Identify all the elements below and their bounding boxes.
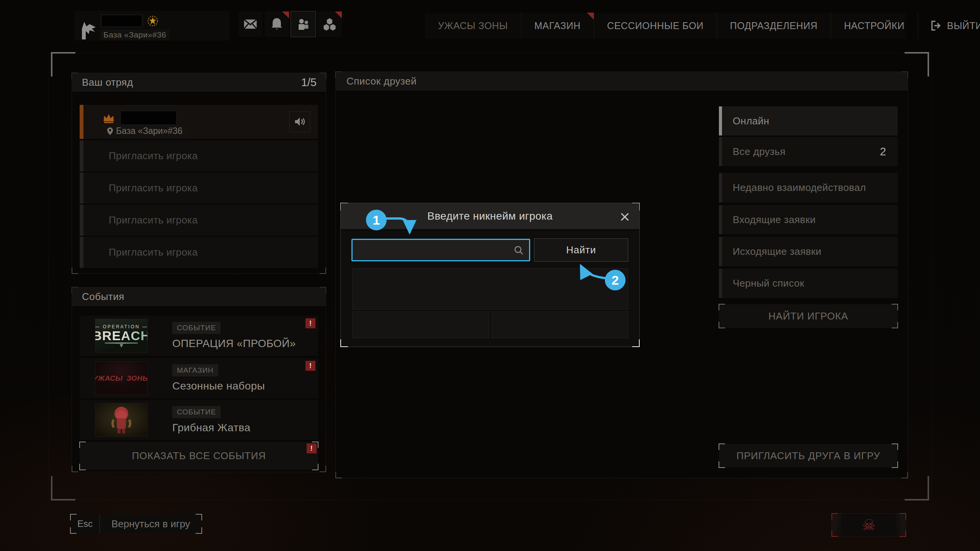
player-location: База «Зари»#36: [100, 29, 169, 40]
event-tag: СОБЫТИЕ: [172, 406, 220, 418]
notification-badge: [335, 11, 342, 18]
squad-invite-slot[interactable]: Пригласить игрока: [80, 205, 318, 236]
exit-icon: [931, 21, 942, 31]
menu-item-session-battles[interactable]: СЕССИОННЫЕ БОИ: [594, 13, 717, 39]
leader-location: База «Зари»#36: [103, 125, 186, 137]
notifications-bell-icon: [271, 18, 283, 31]
find-player-button[interactable]: НАЙТИ ИГРОКА: [719, 304, 898, 328]
notification-badge: [282, 11, 289, 18]
find-player-modal: Введите никнейм игрока × Найти: [341, 203, 639, 347]
friends-title: Список друзей: [346, 75, 416, 87]
event-item-seasonal-packs[interactable]: УЖАСЫ ЗОНЫ МАГАЗИН Сезонные наборы !: [80, 358, 318, 398]
player-info-module[interactable]: База «Зари»#36: [74, 11, 230, 41]
return-to-game-button[interactable]: Esc Вернуться в игру: [70, 514, 202, 533]
frame-corner-br: [905, 476, 929, 500]
event-tag: МАГАЗИН: [172, 364, 218, 377]
squad-panel-header: Ваш отряд 1/5: [72, 73, 326, 92]
close-icon: ×: [619, 209, 630, 224]
modal-close-button[interactable]: ×: [616, 208, 633, 225]
player-name-redacted: [100, 14, 143, 28]
friends-tab-recent[interactable]: Недавно взаимодействовал: [719, 173, 898, 202]
menu-item-shop[interactable]: МАГАЗИН: [521, 13, 594, 39]
alert-badge: !: [305, 361, 315, 371]
friends-tab-online[interactable]: Онлайн: [719, 106, 898, 135]
modal-header: Введите никнейм игрока: [341, 203, 639, 230]
notifications-button[interactable]: [265, 11, 289, 37]
event-thumbnail: — OPERATION — BREACH ▼: [95, 319, 148, 353]
menu-item-horrors[interactable]: УЖАСЫ ЗОНЫ: [425, 13, 521, 39]
squad-panel: Ваш отряд 1/5 База «Зари»#36: [72, 73, 326, 274]
event-item-mushroom-harvest[interactable]: СОБЫТИЕ Грибная Жатва: [80, 400, 318, 440]
leader-crown-icon: [103, 113, 115, 124]
friends-button[interactable]: [291, 11, 315, 37]
event-thumbnail: УЖАСЫ ЗОНЫ: [95, 361, 148, 395]
leader-accent-bar: [80, 105, 83, 139]
voice-toggle[interactable]: [290, 112, 310, 132]
friends-tab-incoming[interactable]: Входящие заявки: [719, 205, 898, 234]
location-pin-icon: [107, 127, 113, 135]
notification-badge: [587, 13, 594, 20]
event-tag: СОБЫТИЕ: [172, 322, 220, 334]
friends-count: 2: [880, 145, 886, 158]
return-label: Вернуться в игру: [100, 514, 202, 533]
invite-friend-button[interactable]: ПРИГЛАСИТЬ ДРУГА В ИГРУ: [719, 444, 898, 468]
events-title: События: [82, 291, 124, 303]
nickname-search-input[interactable]: [353, 240, 514, 260]
squad-invite-slot[interactable]: Пригласить игрока: [80, 140, 318, 171]
menu-item-exit[interactable]: ВЫЙТИ В МЕНЮ: [918, 13, 980, 39]
mushroom-creature-icon: [111, 406, 132, 434]
esc-key-hint: Esc: [70, 514, 100, 533]
danger-skull-button[interactable]: ☠: [832, 514, 906, 536]
find-button[interactable]: Найти: [534, 239, 628, 261]
squad-title: Ваш отряд: [82, 77, 133, 88]
squad-leader-row[interactable]: База «Зари»#36: [80, 105, 318, 139]
search-icon: [514, 245, 524, 255]
show-all-events-button[interactable]: ПОКАЗАТЬ ВСЕ СОБЫТИЯ !: [80, 442, 318, 470]
search-results-area: [353, 269, 628, 309]
friends-icon: [296, 18, 310, 30]
friends-tab-blacklist[interactable]: Черный список: [719, 269, 898, 298]
rank-laurel-badge-icon: [147, 15, 158, 27]
clan-hexagons-icon: [323, 18, 336, 31]
squad-count: 1/5: [301, 76, 317, 89]
modal-secondary-slot-left: [353, 312, 489, 338]
event-title: Грибная Жатва: [172, 422, 250, 434]
speaker-icon: [294, 116, 305, 127]
modal-title: Введите никнейм игрока: [427, 210, 552, 222]
event-title: Сезонные наборы: [172, 380, 265, 392]
menu-item-settings[interactable]: НАСТРОЙКИ: [831, 13, 918, 39]
clan-button[interactable]: [317, 11, 342, 37]
frame-corner-bl: [51, 476, 75, 500]
breach-chevron: ▼: [119, 344, 123, 347]
event-title: ОПЕРАЦИЯ «ПРОБОЙ»: [172, 337, 296, 350]
mail-icon: [243, 19, 257, 29]
squad-invite-slot[interactable]: Пригласить игрока: [80, 237, 318, 268]
menu-item-divisions[interactable]: ПОДРАЗДЕЛЕНИЯ: [717, 13, 831, 39]
events-panel-header: События: [72, 287, 326, 306]
frame-corner-tr: [905, 52, 929, 77]
faction-wolf-icon: [80, 19, 98, 40]
nickname-search-field: [351, 239, 530, 261]
events-panel: События — OPERATION — BREACH ▼ СОБЫТИЕ О…: [72, 287, 326, 472]
alert-badge: !: [305, 318, 315, 328]
mail-button[interactable]: [238, 11, 263, 37]
squad-invite-slot[interactable]: Пригласить игрока: [80, 173, 318, 204]
friends-tab-outgoing[interactable]: Исходящие заявки: [719, 237, 898, 266]
event-thumbnail: [95, 403, 148, 437]
friends-panel-header: Список друзей: [336, 72, 908, 91]
leader-name-redacted: [119, 110, 178, 126]
modal-secondary-slot-right: [492, 312, 628, 338]
friends-tab-all[interactable]: Все друзья 2: [719, 137, 898, 166]
game-screen: База «Зари»#36 УЖАСЫ ЗОНЫ МАГАЗИН: [0, 0, 980, 551]
alert-badge: !: [307, 443, 317, 453]
top-menu: УЖАСЫ ЗОНЫ МАГАЗИН СЕССИОННЫЕ БОИ ПОДРАЗ…: [425, 13, 906, 39]
skull-icon: ☠: [862, 517, 876, 533]
event-item-operation-breach[interactable]: — OPERATION — BREACH ▼ СОБЫТИЕ ОПЕРАЦИЯ …: [80, 316, 318, 356]
